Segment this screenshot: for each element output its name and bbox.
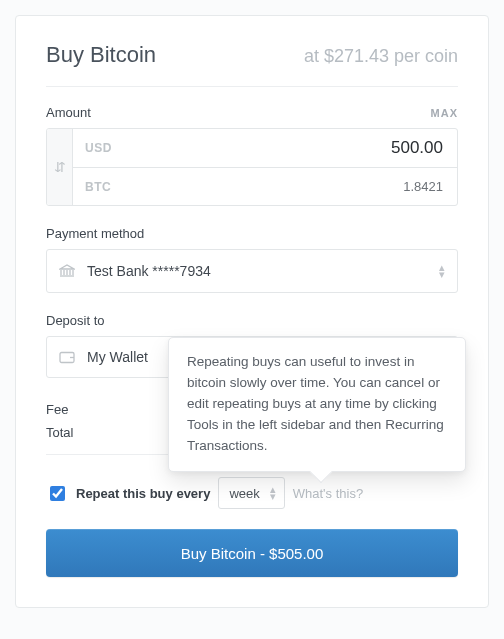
max-button[interactable]: MAX (431, 107, 458, 119)
repeat-tooltip: Repeating buys can useful to invest in b… (168, 337, 466, 472)
repeat-checkbox[interactable] (50, 486, 65, 501)
amount-label: Amount (46, 105, 91, 120)
swap-currencies-button[interactable]: ⇵ (47, 129, 73, 205)
buy-button[interactable]: Buy Bitcoin - $505.00 (46, 529, 458, 577)
deposit-to-value: My Wallet (87, 349, 148, 365)
deposit-to-label: Deposit to (46, 313, 458, 328)
repeat-row: Repeat this buy every week ▴▾ What's thi… (46, 477, 458, 509)
bank-icon (59, 264, 75, 278)
amount-header: Amount MAX (46, 105, 458, 120)
page-title: Buy Bitcoin (46, 42, 156, 68)
payment-method-select[interactable]: Test Bank *****7934 ▴▾ (46, 249, 458, 293)
fee-label: Fee (46, 402, 68, 417)
repeat-interval-value: week (229, 486, 259, 501)
amount-row-usd: USD (73, 129, 457, 167)
amount-input-btc[interactable] (111, 178, 445, 195)
repeat-tooltip-text: Repeating buys can useful to invest in b… (187, 354, 444, 453)
whats-this-link[interactable]: What's this? (293, 486, 363, 501)
total-label: Total (46, 425, 73, 440)
divider (46, 86, 458, 87)
amount-row-btc: BTC (73, 167, 457, 205)
amount-box: ⇵ USD BTC (46, 128, 458, 206)
payment-method-value: Test Bank *****7934 (87, 263, 211, 279)
payment-method-label: Payment method (46, 226, 458, 241)
wallet-icon (59, 351, 75, 364)
header: Buy Bitcoin at $271.43 per coin (46, 42, 458, 68)
chevron-updown-icon: ▴▾ (270, 486, 276, 500)
amount-rows: USD BTC (73, 129, 457, 205)
currency-label-usd: USD (85, 141, 112, 155)
amount-input-usd[interactable] (112, 137, 445, 159)
repeat-label: Repeat this buy every (76, 486, 210, 501)
repeat-interval-select[interactable]: week ▴▾ (218, 477, 284, 509)
swap-vertical-icon: ⇵ (54, 159, 66, 175)
coin-rate: at $271.43 per coin (304, 46, 458, 67)
chevron-updown-icon: ▴▾ (439, 264, 445, 278)
buy-bitcoin-card: Buy Bitcoin at $271.43 per coin Amount M… (15, 15, 489, 608)
currency-label-btc: BTC (85, 180, 111, 194)
